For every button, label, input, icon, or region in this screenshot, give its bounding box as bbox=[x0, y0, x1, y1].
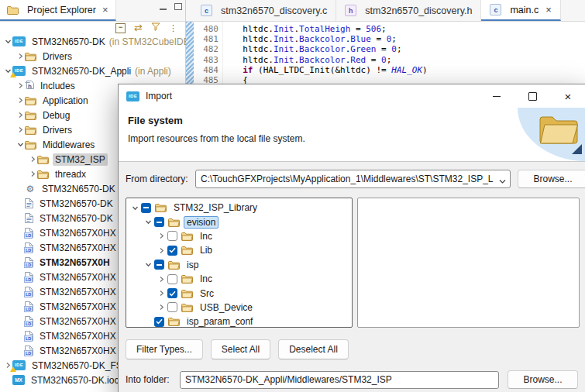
settings-file-icon: ⚙ bbox=[25, 184, 36, 194]
dialog-titlebar[interactable]: IDE Import × bbox=[119, 84, 585, 108]
tab-project-explorer[interactable]: Project Explorer × bbox=[0, 0, 116, 21]
line-number: 482 bbox=[194, 44, 219, 54]
view-menu-icon[interactable]: ⋮ bbox=[169, 23, 177, 33]
import-tree-item[interactable]: isp_param_conf bbox=[126, 315, 352, 328]
chevron-collapsed-icon[interactable] bbox=[15, 53, 25, 60]
into-folder-input[interactable]: STM32N6570-DK_Appli/Middlewares/STM32_IS… bbox=[180, 371, 499, 389]
import-tree-item[interactable]: Lib bbox=[126, 243, 352, 257]
chevron-expanded-icon[interactable] bbox=[143, 261, 153, 268]
linker-script-icon: LD bbox=[25, 228, 33, 238]
close-view-icon[interactable]: × bbox=[102, 4, 108, 15]
filter-types-button[interactable]: Filter Types... bbox=[126, 339, 203, 359]
dialog-title: Import bbox=[146, 91, 172, 101]
import-tree-item-label: Lib bbox=[197, 244, 215, 256]
chevron-collapsed-icon[interactable] bbox=[15, 97, 25, 104]
close-button[interactable]: × bbox=[550, 84, 585, 108]
editor-tab[interactable]: cstm32n6570_discovery.c bbox=[192, 0, 336, 21]
folder-icon bbox=[168, 317, 180, 326]
explorer-item[interactable]: IDESTM32N6570-DK_Appli(in Appli) bbox=[0, 64, 185, 78]
explorer-item-label: STM32N657X0HX bbox=[37, 227, 119, 239]
svg-text:h: h bbox=[28, 83, 32, 90]
linker-script-icon: LD bbox=[25, 242, 33, 253]
minimize-view-icon[interactable] bbox=[160, 3, 167, 10]
chevron-collapsed-icon[interactable] bbox=[15, 82, 25, 89]
editor-tab[interactable]: hstm32n6570_discovery.h bbox=[336, 0, 481, 21]
import-tree-item[interactable]: Src bbox=[126, 286, 352, 300]
line-number: 480 bbox=[194, 24, 219, 34]
import-tree-item[interactable]: Inc bbox=[126, 229, 352, 243]
code-line: hltdc.Init.Backcolor.Red = 0; bbox=[232, 55, 428, 65]
explorer-item[interactable]: IDESTM32N6570-DK(in STM32CubeIDE) bbox=[0, 34, 185, 49]
folder-icon bbox=[25, 140, 36, 150]
checkbox-unchecked[interactable] bbox=[167, 302, 177, 312]
checkbox-partial[interactable] bbox=[154, 217, 164, 227]
checkbox-partial[interactable] bbox=[141, 203, 151, 213]
collapse-all-icon[interactable]: − bbox=[115, 23, 126, 33]
import-file-list[interactable] bbox=[357, 198, 580, 328]
import-tree-item[interactable]: Inc bbox=[126, 272, 352, 286]
chevron-collapsed-icon[interactable] bbox=[15, 126, 25, 133]
explorer-item-label: Middlewares bbox=[40, 139, 97, 151]
cube-ide-project-warning-icon: IDE bbox=[12, 360, 26, 370]
deselect-all-button[interactable]: Deselect All bbox=[278, 339, 349, 359]
checkbox-checked[interactable] bbox=[167, 246, 177, 256]
chevron-expanded-icon[interactable] bbox=[143, 218, 153, 225]
editor-tab-label: stm32n6570_discovery.c bbox=[221, 5, 327, 16]
import-tree-item[interactable]: STM32_ISP_Library bbox=[126, 201, 352, 215]
dialog-window-controls: × bbox=[479, 84, 585, 108]
into-folder-row: Into folder: STM32N6570-DK_Appli/Middlew… bbox=[126, 370, 580, 389]
chevron-down-icon[interactable] bbox=[499, 176, 506, 187]
chevron-collapsed-icon[interactable] bbox=[28, 156, 37, 163]
browse-folder-button[interactable]: Browse... bbox=[508, 370, 578, 389]
chevron-expanded-icon[interactable] bbox=[3, 38, 12, 45]
folder-icon bbox=[37, 155, 49, 164]
filter-icon[interactable] bbox=[151, 22, 160, 33]
minimize-button[interactable] bbox=[479, 84, 514, 108]
import-source-tree[interactable]: STM32_ISP_LibraryevisionIncLibispIncSrcU… bbox=[126, 198, 353, 328]
chevron-collapsed-icon[interactable] bbox=[28, 170, 37, 177]
explorer-item-label: STM32N657X0HX bbox=[37, 315, 119, 328]
browse-directory-button[interactable]: Browse... bbox=[518, 170, 585, 188]
checkbox-unchecked[interactable] bbox=[167, 274, 177, 284]
editor-tab[interactable]: cmain.c× bbox=[481, 0, 560, 21]
import-tree-item-label: evision bbox=[184, 216, 219, 229]
close-tab-icon[interactable]: × bbox=[545, 4, 552, 15]
view-tabbar: Project Explorer × bbox=[0, 0, 185, 22]
c-file-icon: c bbox=[490, 4, 501, 15]
chevron-collapsed-icon[interactable] bbox=[15, 112, 25, 119]
chevron-collapsed-icon[interactable] bbox=[157, 247, 167, 254]
select-all-button[interactable]: Select All bbox=[211, 339, 270, 359]
maximize-view-icon[interactable] bbox=[174, 3, 182, 10]
checkbox-partial[interactable] bbox=[154, 260, 164, 270]
explorer-item-label: STM32N657X0HX bbox=[37, 286, 119, 298]
chevron-collapsed-icon[interactable] bbox=[157, 304, 167, 311]
explorer-item-label: threadx bbox=[53, 168, 88, 181]
checkbox-checked[interactable] bbox=[167, 288, 177, 298]
folder-icon bbox=[37, 170, 49, 179]
checkbox-unchecked[interactable] bbox=[167, 231, 177, 241]
chevron-expanded-icon[interactable] bbox=[130, 205, 140, 211]
ide-logo-icon: IDE bbox=[126, 91, 139, 101]
chevron-collapsed-icon[interactable] bbox=[157, 276, 167, 283]
explorer-item-label: STM32N6570-DK.ioc bbox=[29, 374, 121, 387]
import-tree-item[interactable]: USB_Device bbox=[126, 301, 352, 315]
maximize-button[interactable] bbox=[514, 84, 550, 108]
import-tree-item[interactable]: isp bbox=[126, 258, 352, 272]
chevron-collapsed-icon[interactable] bbox=[157, 232, 167, 239]
code-line: hltdc.Init.Backcolor.Blue = 0; bbox=[232, 34, 428, 44]
explorer-item[interactable]: Drivers bbox=[0, 49, 185, 64]
from-directory-combobox[interactable]: C:\TouchGFXProjects\MyApplication_1\Midd… bbox=[195, 170, 511, 188]
linker-script-icon: LD bbox=[25, 301, 33, 311]
wizard-subtitle: Import resources from the local file sys… bbox=[128, 133, 585, 144]
wizard-title: File system bbox=[128, 115, 585, 126]
chevron-expanded-icon[interactable] bbox=[15, 141, 25, 148]
checkbox-checked[interactable] bbox=[154, 317, 164, 327]
chevron-collapsed-icon[interactable] bbox=[157, 290, 167, 297]
ld-badge: LD bbox=[24, 291, 33, 297]
import-tree-item[interactable]: evision bbox=[126, 215, 352, 229]
link-with-editor-icon[interactable]: ⇄ bbox=[134, 23, 143, 33]
explorer-item-label: STM32N6570-DK_Appli bbox=[29, 65, 133, 77]
text-file-icon bbox=[25, 198, 33, 208]
folder-icon bbox=[25, 52, 36, 61]
minimize-icon bbox=[493, 96, 501, 97]
